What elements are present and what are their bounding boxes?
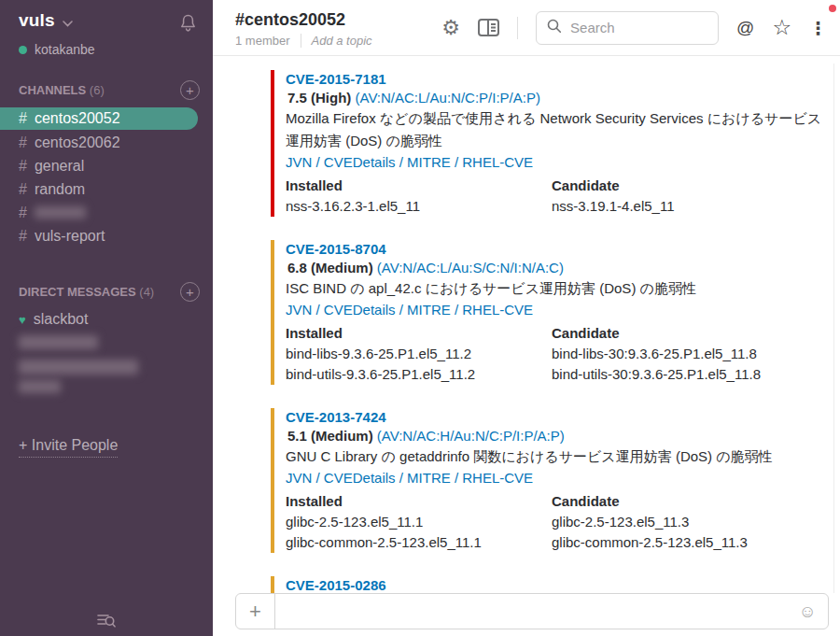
notification-badge — [829, 5, 836, 12]
presence-dot-icon — [19, 46, 27, 54]
cvss-vector-link[interactable]: (AV:N/AC:H/Au:N/C:P/I:P/A:P) — [377, 428, 565, 444]
sidebar-item-channel[interactable]: # centos20062 — [0, 131, 213, 154]
hash-icon: # — [19, 158, 27, 175]
add-channel-icon[interactable]: + — [180, 80, 200, 100]
candidate-package: nss-3.19.1-4.el5_11 — [552, 196, 840, 217]
installed-field: Installed nss-3.16.2.3-1.el5_11 — [286, 177, 552, 217]
channel-name: centos20062 — [35, 134, 120, 151]
reference-link[interactable]: CVEDetails — [324, 302, 396, 318]
installed-package: bind-libs-9.3.6-25.P1.el5_11.2 — [286, 344, 552, 364]
installed-label: Installed — [286, 177, 552, 194]
divider — [301, 34, 301, 48]
dm-name — [19, 335, 98, 349]
package-fields: Installed glibc-2.5-123.el5_11.1glibc-co… — [286, 492, 840, 553]
severity-row: 7.5 (High) (AV:N/AC:L/Au:N/C:P/I:P/A:P) — [286, 89, 840, 107]
message-input[interactable] — [275, 603, 788, 619]
channel-list: # centos20052 # centos20062 # general # … — [0, 107, 213, 247]
member-count[interactable]: 1 member — [235, 34, 290, 48]
gear-icon[interactable]: ⚙ — [441, 18, 460, 38]
cve-title-link[interactable]: CVE-2015-0286 — [286, 576, 386, 595]
cve-title-link[interactable]: CVE-2013-7424 — [286, 408, 386, 427]
severity-row: 5.1 (Medium) (AV:N/AC:H/Au:N/C:P/I:P/A:P… — [286, 427, 840, 445]
cvss-vector-link[interactable]: (AV:N/AC:L/Au:S/C:N/I:N/A:C) — [377, 260, 564, 276]
reference-link[interactable]: MITRE — [407, 154, 451, 170]
divider — [517, 17, 518, 39]
severity-score: 6.8 (Medium) — [287, 260, 373, 276]
chevron-down-icon — [63, 14, 73, 31]
invite-people-button[interactable]: + Invite People — [19, 437, 118, 458]
installed-package: bind-utils-9.3.6-25.P1.el5_11.2 — [286, 364, 552, 385]
starred-items-icon[interactable]: ☆ — [772, 17, 791, 38]
user-presence[interactable]: kotakanbe — [0, 37, 213, 57]
heart-icon: ♥ — [19, 313, 26, 327]
reference-link[interactable]: RHEL-CVE — [462, 470, 533, 486]
reference-link[interactable]: JVN — [286, 470, 312, 486]
cve-description: Mozilla Firefox などの製品で使用される Network Secu… — [286, 107, 827, 152]
installed-package: glibc-2.5-123.el5_11.1 — [286, 512, 552, 532]
severity-score: 7.5 (High) — [287, 90, 351, 106]
channel-name: random — [35, 181, 85, 198]
dm-name — [19, 360, 138, 393]
cve-attachment: CVE-2015-0286 — [271, 576, 840, 595]
channel-title[interactable]: #centos20052 — [235, 10, 441, 30]
sidebar-item-channel[interactable]: # — [0, 201, 213, 224]
search-box[interactable] — [536, 11, 719, 45]
mentions-icon[interactable]: @ — [736, 18, 754, 38]
channels-header[interactable]: CHANNELS (6) — [19, 83, 105, 97]
reference-link[interactable]: CVEDetails — [324, 470, 396, 486]
attach-file-button[interactable]: + — [236, 594, 275, 629]
composer-area: + ☺ — [213, 593, 840, 636]
package-fields: Installed nss-3.16.2.3-1.el5_11 Candidat… — [286, 177, 840, 217]
reference-link[interactable]: MITRE — [407, 470, 451, 486]
user-name: kotakanbe — [35, 42, 95, 57]
sidebar-item-channel[interactable]: # general — [0, 154, 213, 177]
cvss-vector-link[interactable]: (AV:N/AC:L/Au:N/C:P/I:P/A:P) — [356, 90, 540, 106]
sidebar-item-dm[interactable] — [0, 357, 213, 396]
reference-links: JVN / CVEDetails / MITRE / RHEL-CVE — [286, 300, 840, 319]
candidate-package: glibc-2.5-123.el5_11.3 — [552, 512, 840, 532]
dms-section: DIRECT MESSAGES (4) + ♥ slackbot — [0, 282, 213, 396]
reference-link[interactable]: JVN — [286, 302, 312, 318]
cve-attachment: CVE-2015-7181 7.5 (High) (AV:N/AC:L/Au:N… — [271, 70, 840, 217]
sidebar-item-dm[interactable]: ♥ slackbot — [0, 308, 213, 332]
dms-header[interactable]: DIRECT MESSAGES (4) — [19, 285, 154, 299]
channel-name: general — [35, 158, 84, 175]
candidate-package: bind-libs-30:9.3.6-25.P1.el5_11.8 — [552, 344, 840, 364]
reference-link[interactable]: RHEL-CVE — [462, 154, 533, 170]
add-topic-link[interactable]: Add a topic — [312, 34, 372, 48]
channel-header: #centos20052 1 member Add a topic ⚙ — [213, 0, 840, 56]
cve-title-link[interactable]: CVE-2015-7181 — [286, 70, 386, 89]
sidebar-item-dm[interactable] — [0, 332, 213, 357]
reference-link[interactable]: RHEL-CVE — [462, 302, 533, 318]
candidate-field: Candidate bind-libs-30:9.3.6-25.P1.el5_1… — [552, 324, 840, 385]
bell-icon[interactable] — [178, 13, 198, 37]
add-dm-icon[interactable]: + — [180, 282, 200, 302]
reference-link[interactable]: MITRE — [407, 302, 451, 318]
hash-icon: # — [19, 181, 27, 198]
candidate-label: Candidate — [552, 177, 840, 194]
sidebar-search-icon[interactable] — [96, 612, 117, 633]
package-fields: Installed bind-libs-9.3.6-25.P1.el5_11.2… — [286, 324, 840, 385]
message-list: CVE-2015-7181 7.5 (High) (AV:N/AC:L/Au:N… — [213, 57, 840, 636]
emoji-picker-icon[interactable]: ☺ — [799, 602, 817, 620]
sidebar-item-channel[interactable]: # centos20052 — [0, 107, 198, 130]
more-options-icon[interactable]: ⋮ — [809, 18, 827, 37]
workspace-name: vuls — [19, 10, 55, 31]
sidebar-item-channel[interactable]: # vuls-report — [0, 224, 213, 247]
installed-values: glibc-2.5-123.el5_11.1glibc-common-2.5-1… — [286, 512, 552, 553]
workspace-menu[interactable]: vuls — [19, 10, 73, 31]
details-pane-icon[interactable] — [478, 19, 499, 36]
reference-link[interactable]: JVN — [286, 154, 312, 170]
hash-icon: # — [19, 134, 27, 151]
reference-links: JVN / CVEDetails / MITRE / RHEL-CVE — [286, 468, 840, 488]
redacted-name — [19, 380, 61, 393]
main-panel: #centos20052 1 member Add a topic ⚙ — [213, 0, 840, 636]
installed-package: nss-3.16.2.3-1.el5_11 — [286, 196, 552, 217]
cve-title-link[interactable]: CVE-2015-8704 — [286, 240, 386, 259]
search-input[interactable] — [570, 20, 707, 35]
sidebar-item-channel[interactable]: # random — [0, 177, 213, 201]
candidate-label: Candidate — [552, 492, 840, 510]
search-icon — [547, 19, 562, 37]
message-composer: + ☺ — [235, 593, 829, 629]
reference-link[interactable]: CVEDetails — [324, 154, 396, 170]
